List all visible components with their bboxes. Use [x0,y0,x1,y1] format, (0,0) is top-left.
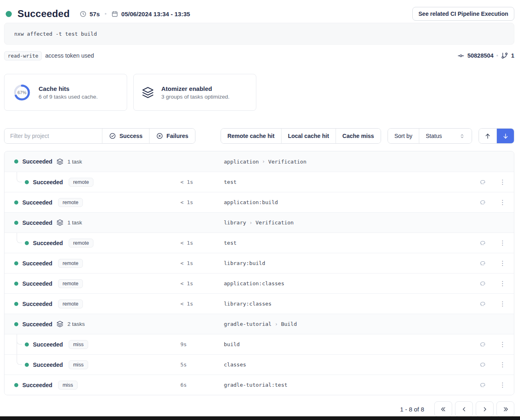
status-dot [25,342,29,347]
task-row[interactable]: Succeededremote< 1stest⋮ [4,233,514,253]
task-row[interactable]: Succeededmiss5sclasses⋮ [4,354,514,375]
status-dot [14,383,18,387]
status-dot [14,159,18,164]
cache-hits-subtitle: 6 of 9 tasks used cache. [39,94,98,100]
gradle-icon[interactable] [479,239,487,247]
row-target-cell: application:build [224,199,472,205]
commit-id[interactable]: 50828504 [467,52,494,59]
clock-icon [80,11,87,17]
status-label: Succeeded [33,341,63,348]
cache-hits-percent: 67% [13,83,31,102]
commit-icon [457,52,464,59]
kebab-menu-icon[interactable]: ⋮ [498,198,507,207]
row-actions-cell: ⋮ [472,239,507,247]
row-status-cell: Succeededremote [14,192,180,212]
task-row[interactable]: Succeededremote< 1slibrary:build⋮ [4,253,514,273]
sort-select[interactable]: Status [419,129,472,143]
kebab-menu-icon[interactable]: ⋮ [498,340,507,349]
layers-icon [56,158,63,165]
kebab-menu-icon[interactable]: ⋮ [498,239,507,247]
task-row[interactable]: Succeededremote< 1sapplication:classes⋮ [4,273,514,293]
gradle-icon[interactable] [479,198,487,207]
row-target-cell: library›Verification [224,220,472,226]
kebab-menu-icon[interactable]: ⋮ [498,280,507,288]
row-actions-cell: ⋮ [472,340,507,349]
cache-status-badge: remote [69,239,93,248]
kebab-menu-icon[interactable]: ⋮ [498,178,507,186]
gradle-icon[interactable] [479,280,487,288]
task-row[interactable]: Succeededmiss9sbuild⋮ [4,334,514,354]
status-dot [14,322,18,326]
next-page-button[interactable] [476,401,494,417]
status-label: Succeeded [22,199,52,206]
row-duration-cell: 6s [180,382,224,388]
pagination: 1 - 8 of 8 [4,401,514,417]
row-duration-cell: < 1s [180,260,224,266]
task-name: application:classes [224,280,284,286]
task-row[interactable]: Succeededremote< 1sapplication:build⋮ [4,192,514,212]
branch-icon [501,52,508,59]
kebab-menu-icon[interactable]: ⋮ [498,259,507,267]
cache-filter-group: Remote cache hit Local cache hit Cache m… [221,128,381,144]
filter-project-input[interactable] [4,129,102,143]
summary-cards: 67% Cache hits 6 of 9 tasks used cache. … [4,74,514,111]
row-target-cell: test [224,240,472,246]
sort-descending-button[interactable] [496,129,514,143]
group-row[interactable]: Succeeded1 tasklibrary›Verification [4,212,514,233]
row-status-cell: Succeededremote [14,294,180,314]
task-list: Succeeded1 taskapplication›VerificationS… [4,151,514,395]
gradle-icon[interactable] [479,361,487,369]
previous-page-button[interactable] [455,401,473,417]
status-label: Succeeded [33,240,63,246]
status-label: Succeeded [33,362,63,368]
task-row[interactable]: Succeededmiss6sgradle-tutorial:test⋮ [4,375,514,395]
kebab-menu-icon[interactable]: ⋮ [498,300,507,308]
cache-miss-button[interactable]: Cache miss [336,129,381,143]
see-related-ci-pipeline-button[interactable]: See related CI Pipeline Execution [412,7,514,21]
task-name: application:build [224,199,278,205]
status-dot [14,261,18,265]
separator-dot [105,13,106,15]
vcs-info: 50828504 1 [457,52,514,59]
status-label: Succeeded [22,260,52,267]
group-row[interactable]: Succeeded1 taskapplication›Verification [4,151,514,172]
failures-filter-label: Failures [167,133,188,139]
first-page-button[interactable] [434,401,452,417]
row-actions-cell: ⋮ [472,381,507,389]
task-row[interactable]: Succeededremote< 1slibrary:classes⋮ [4,293,514,314]
gradle-icon[interactable] [479,381,487,389]
sort-ascending-button[interactable] [479,129,496,143]
row-status-cell: Succeededremote [14,253,180,273]
row-target-cell: gradle-tutorial:test [224,382,472,388]
row-duration-cell: < 1s [180,240,224,246]
tree-connector [17,334,22,345]
tree-connector [17,355,22,365]
pagination-label: 1 - 8 of 8 [400,406,424,413]
project-name: gradle-tutorial [224,321,271,327]
failures-filter-button[interactable]: Failures [149,129,195,143]
gradle-icon[interactable] [479,300,487,308]
gradle-icon[interactable] [479,340,487,349]
gradle-icon[interactable] [479,178,487,186]
row-status-cell: Succeededremote [14,274,180,293]
sort-group: Sort by Status [388,128,472,144]
row-target-cell: library:build [224,260,472,266]
kebab-menu-icon[interactable]: ⋮ [498,381,507,389]
project-name: application [224,159,259,165]
local-cache-hit-button[interactable]: Local cache hit [281,129,336,143]
kebab-menu-icon[interactable]: ⋮ [498,361,507,369]
success-filter-button[interactable]: Success [102,129,149,143]
task-row[interactable]: Succeededremote< 1stest⋮ [4,172,514,192]
arrow-down-icon [502,132,509,140]
branch-count[interactable]: 1 [511,52,514,59]
gradle-icon[interactable] [479,259,487,267]
command-box: nxw affected -t test build [4,23,514,45]
last-page-button[interactable] [496,401,514,417]
status-dot [14,221,18,225]
status-label: Succeeded [22,321,52,327]
remote-cache-hit-button[interactable]: Remote cache hit [221,129,281,143]
group-row[interactable]: Succeeded2 tasksgradle-tutorial›Build [4,314,514,334]
status-label: Succeeded [22,158,52,165]
check-circle-icon [109,132,116,140]
status-dot [14,200,18,205]
